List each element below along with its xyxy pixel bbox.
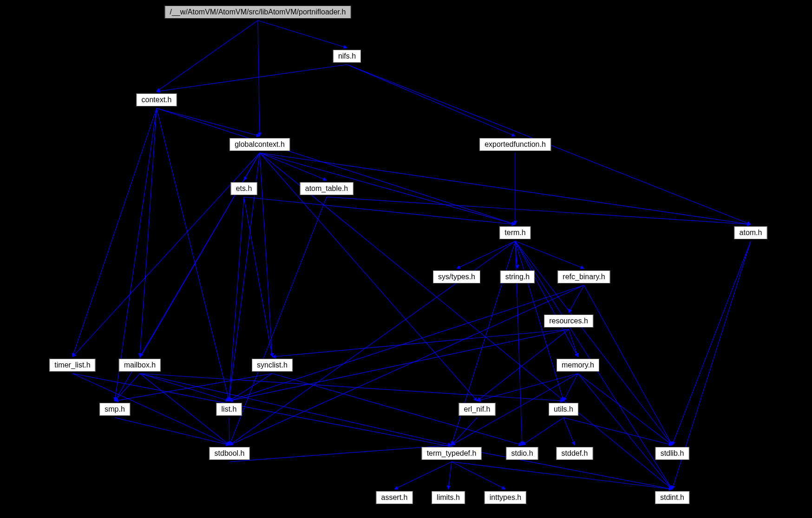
edge-smp-to-stdbool <box>115 418 229 445</box>
node-label: limits.h <box>437 493 460 501</box>
node-label: smp.h <box>105 405 125 413</box>
edge-mailbox-to-utils <box>140 374 563 401</box>
node-label: exportedfunction.h <box>485 140 546 148</box>
node-label: synclist.h <box>257 361 288 369</box>
node-label: atom_table.h <box>305 184 348 192</box>
node-label: sys/types.h <box>438 273 475 281</box>
graph-node-timer_list[interactable]: timer_list.h <box>49 359 95 372</box>
graph-node-exportedfunction[interactable]: exportedfunction.h <box>479 138 551 151</box>
edge-nifs-to-context <box>157 65 347 92</box>
edge-resources-to-memory <box>569 329 578 357</box>
graph-node-term[interactable]: term.h <box>499 226 530 239</box>
edge-synclist-to-list <box>229 374 272 401</box>
node-label: string.h <box>505 273 530 281</box>
edge-term-to-sys_types <box>457 241 515 269</box>
node-label: memory.h <box>562 361 594 369</box>
edge-context-to-term <box>157 108 515 224</box>
graph-node-assert[interactable]: assert.h <box>376 491 413 504</box>
graph-node-limits[interactable]: limits.h <box>432 491 465 504</box>
graph-node-nifs[interactable]: nifs.h <box>333 50 361 63</box>
graph-node-root: /__w/AtomVM/AtomVM/src/libAtomVM/portnif… <box>165 6 351 19</box>
graph-node-inttypes[interactable]: inttypes.h <box>485 491 526 504</box>
graph-node-stdint[interactable]: stdint.h <box>655 491 689 504</box>
edge-refc_binary-to-resources <box>569 285 584 313</box>
edge-context-to-mailbox <box>140 108 157 357</box>
edge-refc_binary-to-list <box>229 285 584 401</box>
graph-node-atom_table[interactable]: atom_table.h <box>300 182 354 195</box>
node-label: nifs.h <box>338 52 356 60</box>
graph-node-stddef[interactable]: stddef.h <box>557 447 593 460</box>
edge-term-to-string <box>515 241 517 269</box>
edge-term_typedef-to-inttypes <box>452 462 505 489</box>
edge-stdbool-to-term_typedef <box>229 445 452 462</box>
node-label: mailbox.h <box>124 361 156 369</box>
graph-node-stdbool[interactable]: stdbool.h <box>210 447 250 460</box>
graph-node-stdlib[interactable]: stdlib.h <box>655 447 689 460</box>
edge-term_typedef-to-limits <box>448 462 452 489</box>
graph-node-stdio[interactable]: stdio.h <box>506 447 538 460</box>
edge-globalcontext-to-stdint <box>260 153 672 489</box>
graph-node-globalcontext[interactable]: globalcontext.h <box>229 138 290 151</box>
edge-root-to-context <box>157 20 258 92</box>
graph-node-string[interactable]: string.h <box>500 270 535 283</box>
node-label: term_typedef.h <box>427 449 477 457</box>
node-label: list.h <box>222 405 237 413</box>
edge-globalcontext-to-atom_table <box>260 153 327 180</box>
graph-node-mailbox[interactable]: mailbox.h <box>119 359 161 372</box>
edge-timer_list-to-stdint <box>72 374 672 489</box>
edge-context-to-timer_list <box>72 108 157 357</box>
edge-atom_table-to-stdbool <box>229 197 327 445</box>
graph-node-utils[interactable]: utils.h <box>549 403 578 416</box>
edge-list-to-stdbool <box>229 418 229 445</box>
node-label: stdint.h <box>660 493 684 501</box>
node-label: inttypes.h <box>490 493 521 501</box>
graph-node-ets[interactable]: ets.h <box>231 182 257 195</box>
node-label: /__w/AtomVM/AtomVM/src/libAtomVM/portnif… <box>170 8 346 16</box>
edge-memory-to-stdlib <box>578 374 672 445</box>
node-label: utils.h <box>554 405 573 413</box>
edge-erl_nif-to-term_typedef <box>452 418 477 445</box>
edge-context-to-smp <box>115 108 157 401</box>
edge-root-to-nifs <box>258 20 347 48</box>
edge-term_typedef-to-assert <box>394 462 452 489</box>
edge-layer <box>0 0 812 518</box>
graph-node-sys_types[interactable]: sys/types.h <box>433 270 480 283</box>
graph-node-erl_nif[interactable]: erl_nif.h <box>459 403 496 416</box>
edge-utils-to-stdio <box>522 418 563 445</box>
edge-term-to-memory <box>515 241 578 357</box>
graph-node-atom[interactable]: atom.h <box>734 226 767 239</box>
edge-ets-to-term <box>244 197 515 224</box>
edge-atom_table-to-atom <box>327 197 751 224</box>
edge-globalcontext-to-term <box>260 153 515 224</box>
node-label: erl_nif.h <box>464 405 491 413</box>
graph-node-term_typedef[interactable]: term_typedef.h <box>422 447 482 460</box>
graph-node-smp[interactable]: smp.h <box>99 403 130 416</box>
node-label: context.h <box>142 96 172 104</box>
edge-memory-to-erl_nif <box>477 374 578 401</box>
node-label: stdbool.h <box>215 449 245 457</box>
edge-mailbox-to-list <box>140 374 229 401</box>
node-label: stdio.h <box>511 449 533 457</box>
edge-globalcontext-to-synclist <box>260 153 272 357</box>
graph-node-resources[interactable]: resources.h <box>544 315 593 328</box>
graph-node-list[interactable]: list.h <box>216 403 242 416</box>
node-label: ets.h <box>236 184 252 192</box>
edge-nifs-to-exportedfunction <box>347 65 515 136</box>
edge-atom-to-stdlib <box>672 241 751 445</box>
graph-node-synclist[interactable]: synclist.h <box>252 359 293 372</box>
graph-node-refc_binary[interactable]: refc_binary.h <box>557 270 610 283</box>
edge-ets-to-synclist <box>244 197 272 357</box>
edge-term-to-refc_binary <box>515 241 584 269</box>
node-label: stdlib.h <box>661 449 684 457</box>
edge-context-to-globalcontext <box>157 108 260 136</box>
edge-resources-to-synclist <box>272 329 569 357</box>
edge-utils-to-stddef <box>563 418 575 445</box>
edge-memory-to-stdint <box>578 374 672 489</box>
edge-timer_list-to-stdbool <box>72 374 229 445</box>
edge-resources-to-erl_nif <box>477 329 569 401</box>
edge-globalcontext-to-ets <box>244 153 260 180</box>
graph-node-memory[interactable]: memory.h <box>557 359 599 372</box>
graph-node-context[interactable]: context.h <box>137 93 177 106</box>
node-label: stddef.h <box>562 449 588 457</box>
edge-memory-to-utils <box>563 374 578 401</box>
